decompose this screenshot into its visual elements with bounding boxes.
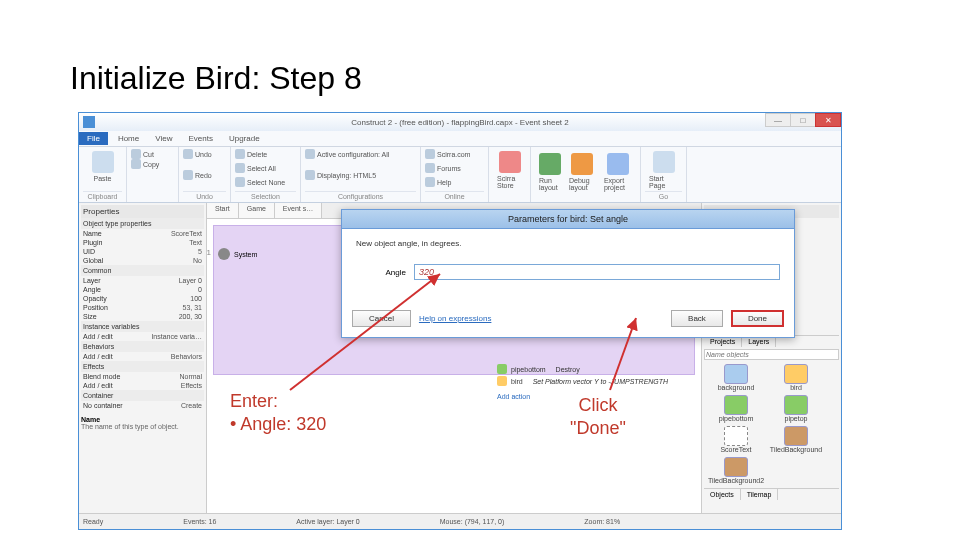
event-number: 11 xyxy=(207,248,211,257)
prop-row: Angle0 xyxy=(81,285,204,294)
menu-file[interactable]: File xyxy=(79,132,108,145)
app-window: Construct 2 - (free edition) - flappingB… xyxy=(78,112,842,530)
titlebar: Construct 2 - (free edition) - flappingB… xyxy=(79,113,841,131)
angle-input[interactable] xyxy=(414,264,780,280)
group-selection: Selection xyxy=(235,191,296,200)
undo-button[interactable]: Undo xyxy=(183,149,226,159)
debug-layout-button[interactable]: Debug layout xyxy=(565,151,600,193)
prop-row: Blend modeNormal xyxy=(81,372,204,381)
menu-view[interactable]: View xyxy=(147,132,180,145)
forums-link[interactable]: Forums xyxy=(425,163,484,173)
object-thumb[interactable]: pipetop xyxy=(768,395,824,422)
displaying[interactable]: Displaying: HTML5 xyxy=(305,170,416,180)
prop-name-label: Name xyxy=(81,416,204,423)
prop-row: PluginText xyxy=(81,238,204,247)
bottom-tab-objects[interactable]: Objects xyxy=(704,489,741,500)
prop-row[interactable]: Add / editInstance varia… xyxy=(81,332,204,341)
status-bar: Ready Events: 16 Active layer: Layer 0 M… xyxy=(79,513,841,529)
status-events: Events: 16 xyxy=(183,518,216,525)
active-config[interactable]: Active configuration: All xyxy=(305,149,416,159)
delete-button[interactable]: Delete xyxy=(235,149,296,159)
paste-button[interactable]: Paste xyxy=(83,149,122,184)
group-clipboard: Clipboard xyxy=(83,191,122,200)
prop-row: UID5 xyxy=(81,247,204,256)
dialog-title: Parameters for bird: Set angle xyxy=(342,210,794,229)
sprite-icon xyxy=(497,376,507,386)
minimize-button[interactable]: — xyxy=(765,113,791,127)
object-thumb[interactable]: background xyxy=(708,364,764,391)
prop-section-eff: Effects xyxy=(81,361,204,372)
prop-section-beh: Behaviors xyxy=(81,341,204,352)
status-ready: Ready xyxy=(83,518,103,525)
annotation-click: Click "Done" xyxy=(570,394,626,441)
prop-section-object: Object type properties xyxy=(81,218,204,229)
menu-home[interactable]: Home xyxy=(110,132,147,145)
object-thumb[interactable]: ScoreText xyxy=(708,426,764,453)
object-search-input[interactable] xyxy=(704,349,839,360)
group-undo: Undo xyxy=(183,191,226,200)
group-go: Go xyxy=(645,191,682,200)
close-button[interactable]: ✕ xyxy=(815,113,841,127)
export-project-button[interactable]: Export project xyxy=(600,151,636,193)
angle-label: Angle xyxy=(356,268,406,277)
object-palette: background bird pipebottom pipetop Score… xyxy=(704,360,839,488)
window-title: Construct 2 - (free edition) - flappingB… xyxy=(351,118,568,127)
tab-game[interactable]: Game xyxy=(239,203,275,218)
help-link[interactable]: Help xyxy=(425,177,484,187)
action-row[interactable]: pipebottom Destroy xyxy=(497,363,697,375)
copy-button[interactable]: Copy xyxy=(131,159,174,169)
scirra-link[interactable]: Scirra.com xyxy=(425,149,484,159)
dialog-description: New object angle, in degrees. xyxy=(356,239,780,248)
back-button[interactable]: Back xyxy=(671,310,723,327)
object-thumb[interactable]: bird xyxy=(768,364,824,391)
scirra-store-button[interactable]: Scirra Store xyxy=(493,149,526,191)
slide-title: Initialize Bird: Step 8 xyxy=(70,60,362,97)
sprite-icon xyxy=(497,364,507,374)
prop-section-cont: Container xyxy=(81,390,204,401)
redo-button[interactable]: Redo xyxy=(183,170,226,180)
status-zoom: Zoom: 81% xyxy=(584,518,620,525)
menu-upgrade[interactable]: Upgrade xyxy=(221,132,268,145)
cancel-button[interactable]: Cancel xyxy=(352,310,411,327)
prop-row: Size200, 30 xyxy=(81,312,204,321)
tab-start[interactable]: Start xyxy=(207,203,239,218)
select-none-button[interactable]: Select None xyxy=(235,177,296,187)
prop-row[interactable]: Add / editBehaviors xyxy=(81,352,204,361)
select-all-button[interactable]: Select All xyxy=(235,163,296,173)
object-thumb[interactable]: pipebottom xyxy=(708,395,764,422)
properties-header: Properties xyxy=(81,205,204,218)
group-online: Online xyxy=(425,191,484,200)
prop-row: NameScoreText xyxy=(81,229,204,238)
object-thumb[interactable]: TiledBackground2 xyxy=(708,457,764,484)
prop-name-hint: The name of this type of object. xyxy=(81,423,204,430)
prop-row[interactable]: Add / editEffects xyxy=(81,381,204,390)
properties-panel: Properties Object type properties NameSc… xyxy=(79,203,207,513)
menu-events[interactable]: Events xyxy=(180,132,220,145)
prop-row[interactable]: No containerCreate xyxy=(81,401,204,410)
annotation-enter: Enter: • Angle: 320 xyxy=(230,390,326,437)
prop-row: GlobalNo xyxy=(81,256,204,265)
menu-bar: File Home View Events Upgrade xyxy=(79,131,841,147)
done-button[interactable]: Done xyxy=(731,310,784,327)
ribbon: Paste Clipboard Cut Copy Undo Redo Undo … xyxy=(79,147,841,203)
cut-button[interactable]: Cut xyxy=(131,149,174,159)
prop-row: LayerLayer 0 xyxy=(81,276,204,285)
status-mouse: Mouse: (794, 117, 0) xyxy=(440,518,505,525)
action-row[interactable]: bird Set Platform vector Y to -JUMPSTREN… xyxy=(497,375,697,387)
prop-row: Opacity100 xyxy=(81,294,204,303)
group-configs: Configurations xyxy=(305,191,416,200)
app-icon xyxy=(83,116,95,128)
gear-icon xyxy=(218,248,230,260)
help-expressions-link[interactable]: Help on expressions xyxy=(419,314,491,323)
prop-section-inst: Instance variables xyxy=(81,321,204,332)
status-layer: Active layer: Layer 0 xyxy=(296,518,359,525)
tab-eventsheet[interactable]: Event s… xyxy=(275,203,322,218)
parameters-dialog: Parameters for bird: Set angle New objec… xyxy=(341,209,795,338)
start-page-button[interactable]: Start Page xyxy=(645,149,682,191)
run-layout-button[interactable]: Run layout xyxy=(535,151,565,193)
object-thumb[interactable]: TiledBackground xyxy=(768,426,824,453)
bottom-tab-tilemap[interactable]: Tilemap xyxy=(741,489,779,500)
maximize-button[interactable]: □ xyxy=(790,113,816,127)
prop-row: Position53, 31 xyxy=(81,303,204,312)
prop-section-common: Common xyxy=(81,265,204,276)
